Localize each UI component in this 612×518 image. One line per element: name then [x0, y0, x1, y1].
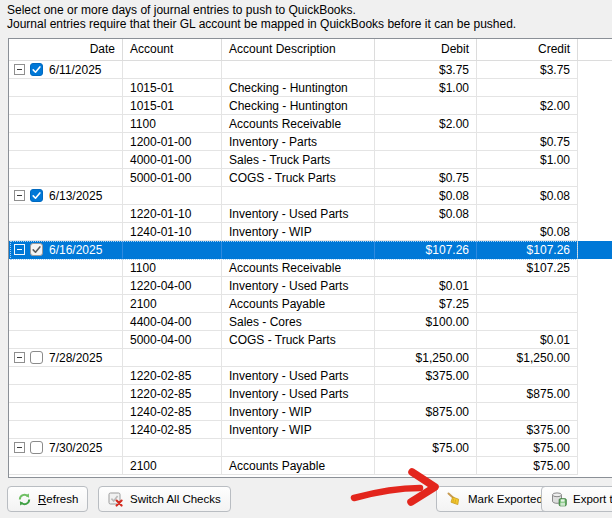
description-cell: Sales - Truck Parts — [222, 151, 375, 169]
date-cell — [9, 259, 123, 277]
description-cell: Checking - Huntington — [222, 97, 375, 115]
credit-cell — [477, 367, 578, 385]
collapse-expander-icon[interactable] — [14, 244, 25, 255]
column-header-date[interactable]: Date — [9, 39, 123, 60]
date-cell — [9, 385, 123, 403]
debit-cell — [375, 133, 477, 151]
journal-group-row[interactable]: 7/30/2025$75.00$75.00 — [9, 439, 612, 457]
journal-entry-row[interactable]: 1220-04-00Inventory - Used Parts$0.01 — [9, 277, 612, 295]
journal-entry-row[interactable]: 1220-01-10Inventory - Used Parts$0.08 — [9, 205, 612, 223]
column-header-description[interactable]: Account Description — [222, 39, 375, 60]
filler-cell — [578, 439, 612, 457]
debit-cell — [375, 421, 477, 439]
journal-entry-row[interactable]: 1015-01Checking - Huntington$2.00 — [9, 97, 612, 115]
column-header-debit[interactable]: Debit — [375, 39, 477, 60]
collapse-expander-icon[interactable] — [14, 64, 25, 75]
filler-cell — [578, 223, 612, 241]
journal-entry-row[interactable]: 1100Accounts Receivable$2.00 — [9, 115, 612, 133]
collapse-expander-icon[interactable] — [14, 190, 25, 201]
debit-cell: $1.00 — [375, 79, 477, 97]
day-checkbox[interactable] — [30, 63, 43, 76]
description-cell: Inventory - WIP — [222, 421, 375, 439]
column-header-credit[interactable]: Credit — [477, 39, 578, 60]
filler-cell — [578, 169, 612, 187]
credit-cell — [477, 277, 578, 295]
debit-cell — [375, 385, 477, 403]
description-cell: Sales - Cores — [222, 313, 375, 331]
filler-cell — [578, 313, 612, 331]
journal-entry-row[interactable]: 5000-01-00COGS - Truck Parts$0.75 — [9, 169, 612, 187]
description-cell — [222, 61, 375, 79]
collapse-expander-icon[interactable] — [14, 442, 25, 453]
filler-cell — [578, 331, 612, 349]
day-checkbox[interactable] — [30, 243, 43, 256]
journal-entry-row[interactable]: 1240-01-10Inventory - WIP$0.08 — [9, 223, 612, 241]
group-date-cell: 7/30/2025 — [9, 439, 123, 457]
journal-entry-row[interactable]: 2100Accounts Payable$75.00 — [9, 457, 612, 475]
journal-entries-grid[interactable]: Date Account Account Description Debit C… — [8, 38, 612, 478]
date-cell — [9, 169, 123, 187]
credit-cell: $75.00 — [477, 439, 578, 457]
filler-cell — [578, 241, 612, 259]
switch-all-checks-button[interactable]: Switch All Checks — [98, 486, 231, 512]
description-cell — [222, 187, 375, 205]
filler-cell — [578, 367, 612, 385]
debit-cell: $107.26 — [375, 241, 477, 259]
day-checkbox[interactable] — [30, 189, 43, 202]
credit-cell — [477, 205, 578, 223]
export-to-label: Export to — [573, 493, 612, 505]
description-cell: Inventory - Used Parts — [222, 385, 375, 403]
day-checkbox[interactable] — [30, 351, 43, 364]
debit-cell: $3.75 — [375, 61, 477, 79]
collapse-expander-icon[interactable] — [14, 352, 25, 363]
mark-exported-button[interactable]: Mark Exported — [436, 486, 553, 512]
journal-entry-row[interactable]: 4000-01-00Sales - Truck Parts$1.00 — [9, 151, 612, 169]
switch-all-checks-label: Switch All Checks — [130, 493, 221, 505]
minus-glyph — [17, 69, 22, 70]
journal-entry-row[interactable]: 5000-04-00COGS - Truck Parts$0.01 — [9, 331, 612, 349]
journal-entry-row[interactable]: 1240-02-85Inventory - WIP$875.00 — [9, 403, 612, 421]
credit-cell: $0.75 — [477, 133, 578, 151]
date-cell — [9, 331, 123, 349]
column-header-account[interactable]: Account — [123, 39, 222, 60]
journal-entry-row[interactable]: 4400-04-00Sales - Cores$100.00 — [9, 313, 612, 331]
date-cell — [9, 457, 123, 475]
journal-entry-row[interactable]: 1220-02-85Inventory - Used Parts$875.00 — [9, 385, 612, 403]
journal-entry-row[interactable]: 2100Accounts Payable$7.25 — [9, 295, 612, 313]
account-cell: 1240-02-85 — [123, 403, 222, 421]
debit-cell — [375, 331, 477, 349]
grid-body: 6/11/2025$3.75$3.751015-01Checking - Hun… — [9, 61, 612, 475]
refresh-button[interactable]: Refresh — [7, 486, 88, 512]
credit-cell — [477, 403, 578, 421]
journal-group-row[interactable]: 6/11/2025$3.75$3.75 — [9, 61, 612, 79]
journal-entry-row[interactable]: 1100Accounts Receivable$107.25 — [9, 259, 612, 277]
journal-group-row[interactable]: 6/13/2025$0.08$0.08 — [9, 187, 612, 205]
journal-group-row[interactable]: 7/28/2025$1,250.00$1,250.00 — [9, 349, 612, 367]
description-cell: Inventory - Used Parts — [222, 367, 375, 385]
date-cell — [9, 223, 123, 241]
export-to-button[interactable]: Export to — [541, 486, 612, 512]
journal-entry-row[interactable]: 1200-01-00Inventory - Parts$0.75 — [9, 133, 612, 151]
filler-cell — [578, 133, 612, 151]
day-checkbox[interactable] — [30, 441, 43, 454]
filler-cell — [578, 457, 612, 475]
description-cell: Inventory - Parts — [222, 133, 375, 151]
date-cell — [9, 79, 123, 97]
date-cell — [9, 403, 123, 421]
group-date-cell: 7/28/2025 — [9, 349, 123, 367]
credit-cell — [477, 169, 578, 187]
journal-entry-row[interactable]: 1220-02-85Inventory - Used Parts$375.00 — [9, 367, 612, 385]
account-cell: 1220-02-85 — [123, 385, 222, 403]
debit-cell — [375, 457, 477, 475]
refresh-icon — [17, 492, 32, 507]
journal-group-row[interactable]: 6/16/2025$107.26$107.26 — [9, 241, 612, 259]
credit-cell: $75.00 — [477, 457, 578, 475]
group-date-label: 6/13/2025 — [49, 189, 102, 203]
group-date-cell: 6/16/2025 — [9, 241, 123, 259]
journal-entry-row[interactable]: 1240-02-85Inventory - WIP$375.00 — [9, 421, 612, 439]
checkbox-x-icon — [108, 491, 124, 507]
description-cell: Accounts Receivable — [222, 115, 375, 133]
credit-cell: $0.08 — [477, 223, 578, 241]
journal-entry-row[interactable]: 1015-01Checking - Huntington$1.00 — [9, 79, 612, 97]
debit-cell: $1,250.00 — [375, 349, 477, 367]
